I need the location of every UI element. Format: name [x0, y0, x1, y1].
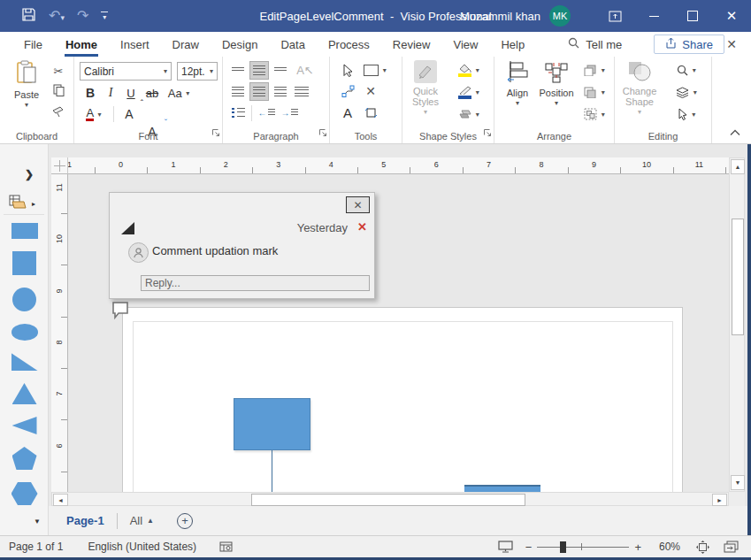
fill-color-button[interactable]: ▾ [454, 61, 484, 79]
page-tab-page1[interactable]: Page-1 [66, 514, 104, 527]
align-right-button[interactable] [271, 82, 290, 101]
effects-button[interactable]: ▾ [454, 105, 484, 123]
canvas-connector-line[interactable] [272, 450, 272, 492]
italic-button[interactable]: I [102, 84, 119, 102]
delete-comment-button[interactable]: ✕ [357, 220, 367, 234]
stencil-shape-circle[interactable] [12, 288, 36, 311]
tab-help[interactable]: Help [489, 32, 536, 57]
connector-tool-icon[interactable] [339, 82, 356, 100]
switch-windows-icon[interactable] [724, 541, 739, 553]
maximize-button[interactable] [673, 0, 712, 32]
scroll-up-button[interactable]: ▲ [731, 159, 745, 174]
close-button[interactable]: ✕ [712, 0, 751, 32]
connection-point-tool-icon[interactable]: ✕ [362, 82, 379, 100]
find-button[interactable]: ▾ [671, 61, 701, 79]
stencil-header[interactable]: ▸ [9, 195, 35, 212]
page-indicator[interactable]: Page 1 of 1 [9, 541, 63, 553]
ribbon-display-options-button[interactable] [595, 0, 634, 32]
minimize-button[interactable] [634, 0, 673, 32]
vertical-scrollbar[interactable]: ▲ ▼ [729, 157, 745, 492]
font-size-select[interactable]: 12pt.▾ [177, 62, 218, 81]
redo-icon[interactable]: ↷ [77, 9, 88, 23]
increase-indent-button[interactable]: → [280, 104, 299, 122]
align-left-button[interactable] [228, 82, 248, 101]
tab-file[interactable]: File [12, 32, 54, 57]
bring-forward-button[interactable]: ▾ [579, 61, 609, 79]
tab-process[interactable]: Process [317, 32, 381, 57]
comment-popup-close-button[interactable]: ✕ [346, 196, 370, 213]
tell-me-box[interactable]: Tell me [568, 37, 622, 51]
fit-page-to-window-icon[interactable] [696, 541, 709, 554]
font-color-button[interactable]: A ▾ [81, 105, 106, 123]
quick-styles-button[interactable]: Quick Styles ▾ [406, 60, 445, 116]
text-direction-button[interactable]: A↖ [295, 61, 315, 80]
tab-draw[interactable]: Draw [161, 32, 211, 57]
position-button[interactable]: Position ▾ [537, 60, 576, 107]
undo-icon[interactable]: ↶▾ [49, 9, 65, 23]
cut-icon[interactable]: ✂ [50, 62, 67, 80]
tab-design[interactable]: Design [211, 32, 269, 57]
macro-record-icon[interactable] [219, 541, 233, 552]
zoom-slider-thumb[interactable] [560, 541, 566, 553]
underline-button[interactable]: U [122, 84, 140, 102]
account-avatar[interactable]: MK [549, 5, 571, 27]
scroll-shapes-down-icon[interactable]: ▼ [34, 518, 41, 525]
align-middle-button[interactable] [249, 61, 269, 80]
grow-font-button[interactable]: Aˆ [120, 105, 138, 123]
tab-insert[interactable]: Insert [109, 32, 161, 57]
pointer-tool-icon[interactable] [339, 61, 356, 79]
tab-data[interactable]: Data [269, 32, 316, 57]
account-user-name[interactable]: Muzammil khan [460, 10, 540, 23]
rectangle-tool-icon[interactable]: ▾ [362, 61, 388, 79]
justify-button[interactable] [292, 82, 311, 101]
scroll-right-button[interactable]: ► [712, 494, 727, 506]
align-button[interactable]: Align ▾ [498, 60, 537, 107]
stencil-shape-ellipse[interactable] [11, 324, 38, 341]
align-top-button[interactable] [228, 61, 248, 80]
zoom-in-button[interactable]: + [629, 541, 647, 554]
change-shape-button[interactable]: Change Shape ▾ [620, 60, 659, 116]
stencil-shape-right-triangle[interactable] [11, 353, 38, 371]
align-bottom-button[interactable] [271, 61, 290, 80]
copy-icon[interactable] [50, 81, 67, 99]
paste-button[interactable]: Paste ▾ [7, 60, 46, 109]
expand-shapes-panel-icon[interactable]: ❯ [25, 168, 34, 180]
insert-page-button[interactable]: + [177, 513, 193, 529]
canvas-shape-rectangle[interactable] [234, 398, 310, 450]
stencil-shape-pentagon[interactable] [12, 447, 37, 470]
horizontal-scroll-thumb[interactable] [251, 494, 525, 506]
change-case-button[interactable]: Aa ▾ [166, 84, 191, 102]
document-close-button[interactable]: ✕ [726, 37, 737, 51]
share-button[interactable]: Share [654, 35, 724, 54]
select-button[interactable]: ▾ [671, 105, 701, 123]
format-painter-icon[interactable] [50, 103, 67, 120]
language-indicator[interactable]: English (United States) [88, 541, 196, 553]
free-transform-icon[interactable] [362, 104, 379, 121]
strikethrough-button[interactable]: ab [143, 84, 161, 102]
customize-quick-access-icon[interactable]: ▾ [101, 12, 108, 21]
align-center-button[interactable] [249, 82, 269, 101]
tab-view[interactable]: View [441, 32, 489, 57]
stencil-shape-left-triangle[interactable] [12, 417, 37, 434]
bullets-button[interactable] [228, 104, 248, 122]
scroll-down-button[interactable]: ▼ [731, 475, 745, 490]
stencil-shape-square[interactable] [12, 251, 36, 275]
zoom-level[interactable]: 60% [647, 541, 680, 553]
page-comment-marker-icon[interactable] [111, 300, 131, 324]
zoom-out-button[interactable]: − [520, 541, 538, 554]
zoom-slider[interactable] [537, 541, 629, 553]
send-backward-button[interactable]: ▾ [579, 83, 609, 101]
scroll-left-button[interactable]: ◄ [53, 494, 68, 506]
stencil-shape-triangle[interactable] [12, 383, 37, 404]
bold-button[interactable]: B [81, 84, 99, 102]
canvas-shape-partial[interactable] [464, 485, 540, 492]
tab-home[interactable]: Home [54, 32, 109, 57]
stencil-shape-rectangle[interactable] [11, 223, 38, 239]
vertical-scroll-thumb[interactable] [732, 219, 744, 335]
stencil-shape-hexagon[interactable] [11, 482, 38, 505]
horizontal-scrollbar[interactable]: ◄ ► [51, 492, 729, 506]
all-pages-button[interactable]: All▲ [130, 514, 154, 527]
group-shapes-button[interactable]: ▾ [579, 105, 609, 123]
line-color-button[interactable]: ▾ [454, 83, 484, 101]
decrease-indent-button[interactable]: ← [257, 104, 276, 122]
